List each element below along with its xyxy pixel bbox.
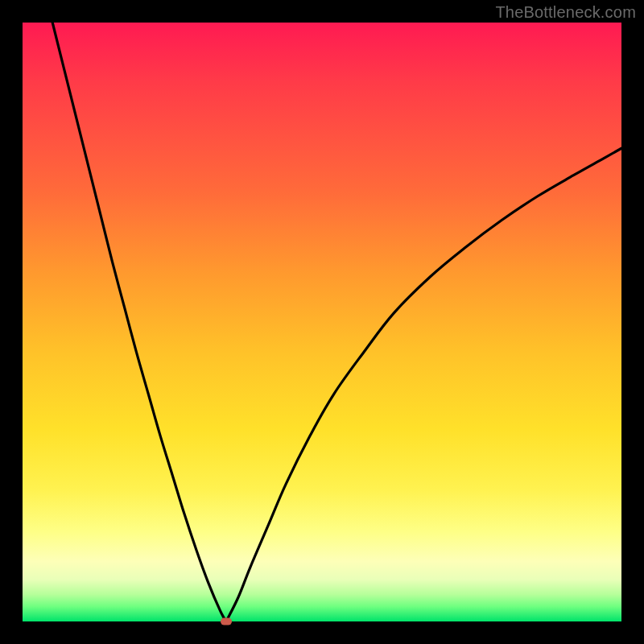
bottleneck-curve bbox=[23, 23, 621, 621]
plot-area bbox=[23, 23, 621, 621]
chart-frame: TheBottleneck.com bbox=[0, 0, 644, 644]
curve-right-branch bbox=[226, 148, 621, 621]
optimal-point-marker bbox=[221, 618, 232, 625]
curve-left-branch bbox=[52, 23, 226, 621]
watermark-text: TheBottleneck.com bbox=[495, 3, 636, 22]
